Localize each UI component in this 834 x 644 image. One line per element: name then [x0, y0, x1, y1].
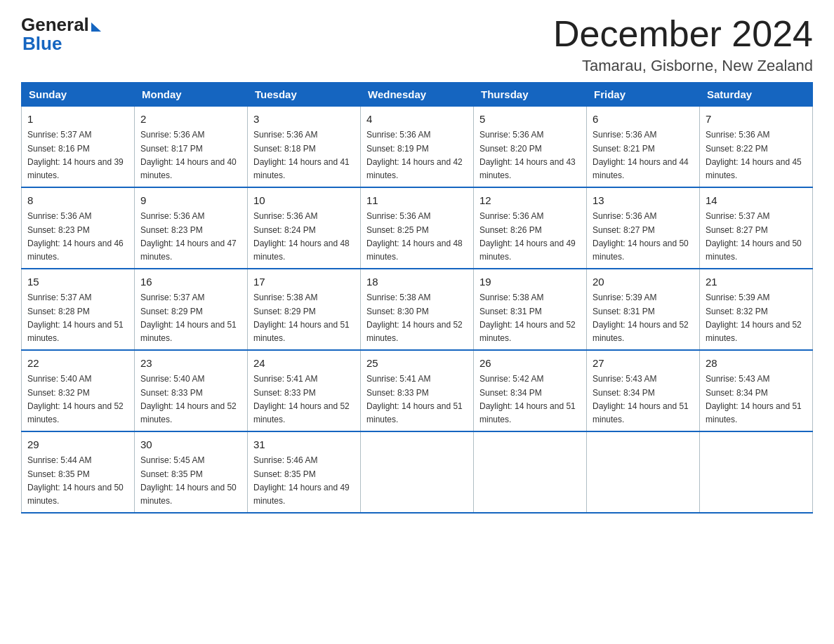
calendar-week-row: 15Sunrise: 5:37 AMSunset: 8:28 PMDayligh… [22, 269, 813, 350]
day-number: 26 [479, 355, 581, 371]
day-info: Sunrise: 5:44 AMSunset: 8:35 PMDaylight:… [27, 454, 128, 508]
calendar-cell: 2Sunrise: 5:36 AMSunset: 8:17 PMDaylight… [135, 107, 248, 188]
day-number: 14 [706, 192, 807, 208]
day-info: Sunrise: 5:36 AMSunset: 8:23 PMDaylight:… [140, 210, 241, 264]
calendar-week-row: 1Sunrise: 5:37 AMSunset: 8:16 PMDaylight… [22, 107, 813, 188]
day-info: Sunrise: 5:41 AMSunset: 8:33 PMDaylight:… [253, 373, 355, 427]
day-info: Sunrise: 5:37 AMSunset: 8:16 PMDaylight:… [27, 128, 128, 182]
calendar-cell: 19Sunrise: 5:38 AMSunset: 8:31 PMDayligh… [474, 269, 587, 350]
day-info: Sunrise: 5:40 AMSunset: 8:32 PMDaylight:… [27, 373, 128, 427]
calendar-cell: 3Sunrise: 5:36 AMSunset: 8:18 PMDaylight… [248, 107, 361, 188]
day-number: 28 [706, 355, 807, 371]
day-number: 13 [593, 192, 694, 208]
calendar-cell: 13Sunrise: 5:36 AMSunset: 8:27 PMDayligh… [587, 187, 700, 269]
calendar-cell: 5Sunrise: 5:36 AMSunset: 8:20 PMDaylight… [474, 107, 587, 188]
day-number: 1 [27, 111, 128, 127]
calendar-week-row: 29Sunrise: 5:44 AMSunset: 8:35 PMDayligh… [22, 431, 813, 513]
day-number: 17 [253, 274, 355, 290]
calendar-cell: 21Sunrise: 5:39 AMSunset: 8:32 PMDayligh… [700, 269, 813, 350]
day-header-friday: Friday [587, 83, 700, 107]
calendar-cell: 15Sunrise: 5:37 AMSunset: 8:28 PMDayligh… [22, 269, 135, 350]
day-info: Sunrise: 5:43 AMSunset: 8:34 PMDaylight:… [593, 373, 694, 427]
calendar-cell: 6Sunrise: 5:36 AMSunset: 8:21 PMDaylight… [587, 107, 700, 188]
day-number: 16 [140, 274, 241, 290]
calendar-cell: 28Sunrise: 5:43 AMSunset: 8:34 PMDayligh… [700, 350, 813, 431]
day-number: 10 [253, 192, 355, 208]
calendar-cell: 14Sunrise: 5:37 AMSunset: 8:27 PMDayligh… [700, 187, 813, 269]
logo-blue-text: Blue [21, 33, 62, 55]
day-number: 29 [27, 436, 128, 452]
day-number: 2 [140, 111, 241, 127]
calendar-cell: 31Sunrise: 5:46 AMSunset: 8:35 PMDayligh… [248, 431, 361, 513]
day-number: 18 [366, 274, 468, 290]
day-info: Sunrise: 5:42 AMSunset: 8:34 PMDaylight:… [479, 373, 581, 427]
day-number: 5 [479, 111, 581, 127]
calendar-cell [474, 431, 587, 513]
day-info: Sunrise: 5:36 AMSunset: 8:23 PMDaylight:… [27, 210, 128, 264]
calendar-cell: 29Sunrise: 5:44 AMSunset: 8:35 PMDayligh… [22, 431, 135, 513]
logo-arrow-icon [91, 22, 101, 32]
calendar-week-row: 8Sunrise: 5:36 AMSunset: 8:23 PMDaylight… [22, 187, 813, 269]
day-header-saturday: Saturday [700, 83, 813, 107]
calendar-cell: 4Sunrise: 5:36 AMSunset: 8:19 PMDaylight… [361, 107, 474, 188]
day-info: Sunrise: 5:37 AMSunset: 8:28 PMDaylight:… [27, 291, 128, 345]
day-number: 12 [479, 192, 581, 208]
page-header: General Blue December 2024 Tamarau, Gisb… [21, 14, 813, 75]
day-number: 22 [27, 355, 128, 371]
day-number: 11 [366, 192, 468, 208]
calendar-cell: 8Sunrise: 5:36 AMSunset: 8:23 PMDaylight… [22, 187, 135, 269]
day-info: Sunrise: 5:38 AMSunset: 8:30 PMDaylight:… [366, 291, 468, 345]
day-number: 4 [366, 111, 468, 127]
day-info: Sunrise: 5:39 AMSunset: 8:31 PMDaylight:… [593, 291, 694, 345]
location-title: Tamarau, Gisborne, New Zealand [553, 57, 813, 75]
calendar-header-row: SundayMondayTuesdayWednesdayThursdayFrid… [22, 83, 813, 107]
day-number: 7 [706, 111, 807, 127]
calendar-cell: 27Sunrise: 5:43 AMSunset: 8:34 PMDayligh… [587, 350, 700, 431]
day-number: 15 [27, 274, 128, 290]
day-info: Sunrise: 5:36 AMSunset: 8:21 PMDaylight:… [593, 128, 694, 182]
day-header-sunday: Sunday [22, 83, 135, 107]
day-number: 27 [593, 355, 694, 371]
logo: General Blue [21, 14, 101, 55]
calendar-cell: 9Sunrise: 5:36 AMSunset: 8:23 PMDaylight… [135, 187, 248, 269]
day-info: Sunrise: 5:37 AMSunset: 8:27 PMDaylight:… [706, 210, 807, 264]
day-info: Sunrise: 5:36 AMSunset: 8:18 PMDaylight:… [253, 128, 355, 182]
day-info: Sunrise: 5:36 AMSunset: 8:27 PMDaylight:… [593, 210, 694, 264]
calendar-cell: 18Sunrise: 5:38 AMSunset: 8:30 PMDayligh… [361, 269, 474, 350]
day-number: 3 [253, 111, 355, 127]
day-header-wednesday: Wednesday [361, 83, 474, 107]
calendar-cell: 26Sunrise: 5:42 AMSunset: 8:34 PMDayligh… [474, 350, 587, 431]
day-number: 8 [27, 192, 128, 208]
calendar-cell: 23Sunrise: 5:40 AMSunset: 8:33 PMDayligh… [135, 350, 248, 431]
day-number: 25 [366, 355, 468, 371]
calendar-table: SundayMondayTuesdayWednesdayThursdayFrid… [21, 82, 813, 514]
day-header-monday: Monday [135, 83, 248, 107]
calendar-cell: 22Sunrise: 5:40 AMSunset: 8:32 PMDayligh… [22, 350, 135, 431]
day-info: Sunrise: 5:36 AMSunset: 8:26 PMDaylight:… [479, 210, 581, 264]
day-info: Sunrise: 5:36 AMSunset: 8:24 PMDaylight:… [253, 210, 355, 264]
day-info: Sunrise: 5:36 AMSunset: 8:17 PMDaylight:… [140, 128, 241, 182]
day-info: Sunrise: 5:36 AMSunset: 8:22 PMDaylight:… [706, 128, 807, 182]
calendar-cell: 10Sunrise: 5:36 AMSunset: 8:24 PMDayligh… [248, 187, 361, 269]
calendar-cell [361, 431, 474, 513]
calendar-cell: 30Sunrise: 5:45 AMSunset: 8:35 PMDayligh… [135, 431, 248, 513]
day-number: 6 [593, 111, 694, 127]
day-number: 30 [140, 436, 241, 452]
month-title: December 2024 [553, 14, 813, 54]
calendar-cell: 12Sunrise: 5:36 AMSunset: 8:26 PMDayligh… [474, 187, 587, 269]
calendar-cell: 25Sunrise: 5:41 AMSunset: 8:33 PMDayligh… [361, 350, 474, 431]
day-number: 19 [479, 274, 581, 290]
day-info: Sunrise: 5:43 AMSunset: 8:34 PMDaylight:… [706, 373, 807, 427]
day-info: Sunrise: 5:38 AMSunset: 8:31 PMDaylight:… [479, 291, 581, 345]
calendar-cell [700, 431, 813, 513]
day-info: Sunrise: 5:46 AMSunset: 8:35 PMDaylight:… [253, 454, 355, 508]
day-number: 21 [706, 274, 807, 290]
calendar-cell: 1Sunrise: 5:37 AMSunset: 8:16 PMDaylight… [22, 107, 135, 188]
day-info: Sunrise: 5:38 AMSunset: 8:29 PMDaylight:… [253, 291, 355, 345]
day-info: Sunrise: 5:39 AMSunset: 8:32 PMDaylight:… [706, 291, 807, 345]
day-info: Sunrise: 5:45 AMSunset: 8:35 PMDaylight:… [140, 454, 241, 508]
day-info: Sunrise: 5:40 AMSunset: 8:33 PMDaylight:… [140, 373, 241, 427]
calendar-cell: 20Sunrise: 5:39 AMSunset: 8:31 PMDayligh… [587, 269, 700, 350]
day-info: Sunrise: 5:36 AMSunset: 8:20 PMDaylight:… [479, 128, 581, 182]
day-header-thursday: Thursday [474, 83, 587, 107]
